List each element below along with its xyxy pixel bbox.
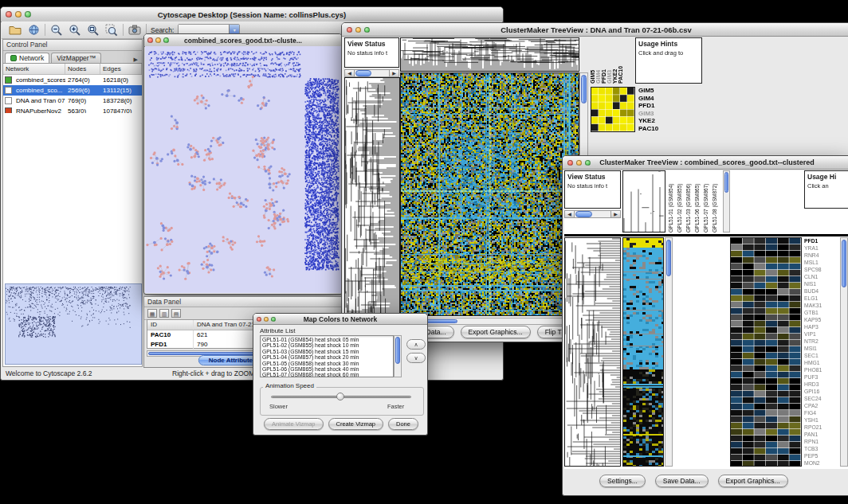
scroll-left-icon[interactable]: ◀ bbox=[565, 211, 575, 217]
close-button[interactable] bbox=[567, 160, 573, 166]
gene-label[interactable]: NIS1 bbox=[804, 280, 839, 287]
treeview-button[interactable]: Settings... bbox=[599, 475, 646, 487]
gene-label[interactable]: SPC98 bbox=[804, 266, 839, 273]
tv2-column-label[interactable]: GPL51-01 (GSM854) bbox=[668, 171, 677, 232]
scrollbar-thumb[interactable] bbox=[666, 240, 671, 276]
column-dendrogram-canvas[interactable] bbox=[622, 170, 665, 232]
scrollbar-thumb[interactable] bbox=[842, 240, 846, 287]
correlation-matrix-canvas[interactable] bbox=[591, 87, 635, 132]
tab-overflow-button[interactable]: ▶ bbox=[130, 57, 142, 63]
minimize-button[interactable] bbox=[155, 37, 161, 43]
tv1-column-label[interactable]: GIM3 bbox=[607, 37, 612, 84]
scroll-track[interactable] bbox=[575, 211, 610, 217]
scroll-right-icon[interactable]: ▶ bbox=[610, 211, 620, 217]
zoom-fit-icon[interactable] bbox=[86, 23, 100, 37]
gene-label[interactable]: PEP5 bbox=[804, 452, 839, 459]
gene-label[interactable]: CPA2 bbox=[804, 402, 839, 409]
treeview-button[interactable]: Export Graphics... bbox=[461, 326, 531, 338]
zoom-in-icon[interactable] bbox=[68, 23, 82, 37]
zoom-out-icon[interactable] bbox=[49, 23, 64, 37]
gene-label[interactable]: HAP3 bbox=[804, 323, 839, 330]
header-nodes[interactable]: Nodes bbox=[65, 64, 100, 74]
column-dendrogram-canvas[interactable] bbox=[400, 37, 579, 72]
close-button[interactable] bbox=[347, 27, 352, 33]
gene-label[interactable]: YSH1 bbox=[804, 416, 839, 424]
attribute-list-item[interactable]: GPL51-04 (GSM857) heat shock 20 min bbox=[262, 354, 393, 360]
close-button[interactable] bbox=[6, 11, 12, 18]
tv1-matrix-label[interactable]: PFD1 bbox=[638, 102, 658, 110]
gene-label[interactable]: MSL1 bbox=[804, 259, 839, 266]
tab-network[interactable]: Network bbox=[5, 53, 49, 63]
tv2-column-label[interactable]: GPL51-03 (GSM856) bbox=[685, 171, 694, 232]
heatmap-strip-canvas[interactable] bbox=[622, 237, 664, 467]
network-view-canvas[interactable] bbox=[145, 46, 341, 293]
network-table-row[interactable]: combined_sco...2569(6)13112(15) bbox=[3, 85, 142, 96]
tv2-column-label[interactable]: GPL51-02 (GSM855) bbox=[677, 171, 685, 232]
gene-label[interactable]: MAK31 bbox=[804, 302, 839, 309]
scrollbar-thumb[interactable] bbox=[724, 172, 728, 193]
zoom-button[interactable] bbox=[364, 27, 370, 33]
scrollbar-thumb[interactable] bbox=[581, 75, 587, 104]
attribute-list-item[interactable]: GPL51-06 (GSM865) heat shock 40 min bbox=[262, 366, 393, 372]
network-table-row[interactable]: combined_scores2764(0)16218(0) bbox=[3, 75, 142, 85]
attribute-list-item[interactable]: GPL51-05 (GSM858) heat shock 30 min bbox=[262, 361, 393, 366]
zoom-selected-icon[interactable] bbox=[104, 23, 119, 37]
gene-label[interactable]: HRD3 bbox=[804, 381, 839, 388]
gene-label[interactable]: PUF3 bbox=[804, 373, 839, 381]
attribute-list-item[interactable]: GPL51-07 (GSM868) heat shock 60 min bbox=[262, 372, 393, 377]
gene-label[interactable]: YRA1 bbox=[804, 244, 839, 252]
gene-label[interactable]: RPO21 bbox=[804, 424, 839, 431]
gene-label[interactable]: PHO81 bbox=[804, 366, 839, 373]
tv1-column-label[interactable]: GIM5 bbox=[590, 37, 595, 84]
main-titlebar[interactable]: Cytoscape Desktop (Session Name: collins… bbox=[1, 7, 503, 22]
scroll-left-icon[interactable]: ◀ bbox=[345, 70, 355, 76]
network-view-titlebar[interactable]: combined_scores_good.txt--cluste... bbox=[144, 34, 342, 47]
minimize-button[interactable] bbox=[264, 317, 269, 322]
gene-label[interactable]: VIP1 bbox=[804, 330, 839, 338]
list-vscrollbar[interactable] bbox=[394, 335, 402, 377]
close-button[interactable] bbox=[147, 37, 153, 43]
zoom-button[interactable] bbox=[585, 160, 591, 166]
gene-label[interactable]: MSI1 bbox=[804, 345, 839, 352]
tv1-matrix-label[interactable]: GIM3 bbox=[638, 110, 658, 118]
treeview-button[interactable]: Export Graphics... bbox=[718, 475, 788, 487]
gene-label[interactable]: SEC24 bbox=[804, 395, 839, 402]
gene-label[interactable]: TCB3 bbox=[804, 445, 839, 452]
gene-label[interactable]: GTB1 bbox=[804, 309, 839, 316]
tv1-column-label[interactable]: GIM4 bbox=[595, 37, 601, 84]
gene-label[interactable]: PAN1 bbox=[804, 431, 839, 438]
gene-label[interactable]: BUD4 bbox=[804, 287, 839, 295]
gene-label[interactable]: RNR4 bbox=[804, 252, 839, 259]
dendrogram-zoom-scrollbar[interactable]: ◀ ▶ bbox=[564, 210, 621, 218]
attribute-list-item[interactable]: GPL51-01 (GSM854) heat shock 05 min bbox=[262, 337, 393, 342]
attribute-listbox[interactable]: GPL51-01 (GSM854) heat shock 05 minGPL51… bbox=[260, 335, 394, 377]
zoom-button[interactable] bbox=[25, 11, 31, 18]
gene-label[interactable]: RPN1 bbox=[804, 438, 839, 445]
tv2-column-label[interactable]: GPL51-06 (GSM865) bbox=[694, 171, 703, 232]
tv1-column-label[interactable]: YKE2 bbox=[612, 37, 618, 84]
treeview-combined-titlebar[interactable]: ClusterMaker TreeView : combined_scores_… bbox=[563, 156, 848, 170]
speed-slider-thumb[interactable] bbox=[336, 393, 344, 400]
header-id[interactable]: ID bbox=[147, 320, 194, 330]
tab-vizmapper[interactable]: VizMapper™ bbox=[51, 53, 101, 63]
minimize-button[interactable] bbox=[576, 160, 582, 166]
strip-vscrollbar[interactable] bbox=[665, 237, 673, 467]
tv1-matrix-label[interactable]: PAC10 bbox=[638, 125, 658, 133]
gene-label[interactable]: CLN1 bbox=[804, 273, 839, 280]
gene-label[interactable]: KAP95 bbox=[804, 316, 839, 323]
gene-label[interactable]: FIG4 bbox=[804, 409, 839, 416]
gene-label[interactable]: SEC1 bbox=[804, 352, 839, 359]
tv1-column-label[interactable]: PFD1 bbox=[601, 37, 607, 84]
move-up-button[interactable]: ∧ bbox=[406, 339, 426, 350]
dendrogram-zoom-scrollbar[interactable]: ◀ ▶ bbox=[344, 69, 399, 77]
zoom-button[interactable] bbox=[271, 317, 276, 322]
tv2-column-label[interactable]: GPL51-08 (GSM872) bbox=[712, 171, 720, 232]
gene-vscrollbar[interactable] bbox=[840, 237, 848, 467]
row-dendrogram-canvas[interactable] bbox=[564, 237, 621, 467]
tv1-matrix-label[interactable]: GIM4 bbox=[638, 95, 658, 103]
gene-label[interactable]: GPI16 bbox=[804, 388, 839, 395]
network-overview-thumbnail[interactable] bbox=[5, 283, 142, 365]
heatmap-canvas[interactable] bbox=[400, 72, 579, 316]
header-network[interactable]: Network bbox=[3, 64, 65, 74]
import-network-icon[interactable] bbox=[26, 23, 41, 37]
